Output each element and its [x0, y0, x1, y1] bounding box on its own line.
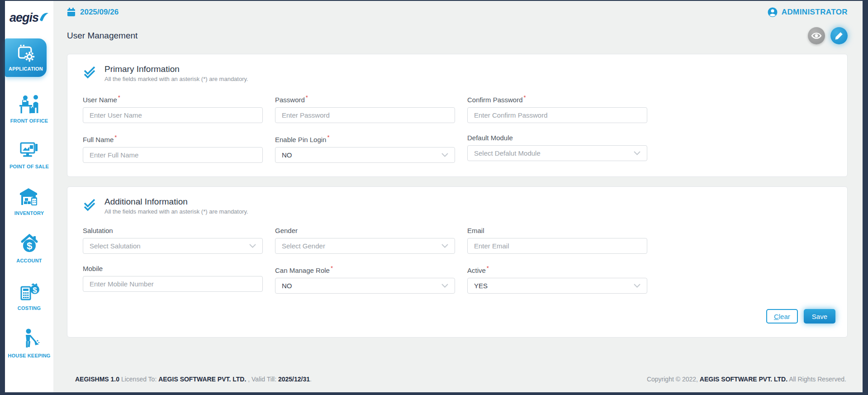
sidebar-item-label: ACCOUNT	[16, 258, 42, 263]
field-enable-pin-login: Enable Pin Login* NO	[275, 134, 455, 163]
field-label: Salutation	[83, 227, 263, 234]
sidebar-item-inventory[interactable]: INVENTORY	[5, 186, 53, 216]
inventory-icon	[19, 186, 40, 207]
eye-icon	[811, 32, 822, 40]
user-icon	[768, 7, 778, 17]
required-mark: *	[327, 134, 329, 141]
password-input[interactable]	[275, 107, 455, 123]
field-salutation: Salutation Select Salutation	[83, 227, 263, 254]
page-title: User Management	[67, 31, 138, 41]
chevron-down-icon	[441, 244, 448, 248]
section-title: Primary Information	[104, 64, 248, 74]
current-date: 2025/09/26	[80, 8, 119, 17]
save-button[interactable]: Save	[804, 309, 835, 324]
field-label: Can Manage Role*	[275, 265, 455, 274]
main-content: 2025/09/26 ADMINISTRATOR User Management	[53, 1, 863, 392]
sidebar: aegis APPLICATI	[5, 1, 53, 392]
user-menu[interactable]: ADMINISTRATOR	[768, 7, 848, 17]
copyright-info: Copyright © 2022, AEGIS SOFTWARE PVT. LT…	[647, 376, 846, 383]
logo-text: aegis	[9, 11, 38, 25]
app-version: AEGISHMS 1.0	[75, 376, 119, 383]
field-gender: Gender Select Gender	[275, 227, 455, 254]
field-label: Full Name*	[83, 134, 263, 143]
section-subtitle: All the fields marked with an asterisk (…	[104, 76, 248, 82]
field-confirm-password: Confirm Password*	[467, 94, 647, 123]
field-label: Email	[467, 227, 647, 234]
section-header: Primary Information All the fields marke…	[83, 64, 835, 82]
active-select[interactable]: YES	[467, 278, 647, 294]
field-label: User Name*	[83, 94, 263, 104]
point-of-sale-icon	[19, 141, 40, 161]
logo-swoosh-icon	[39, 11, 49, 22]
primary-information-card: Primary Information All the fields marke…	[67, 54, 848, 177]
titlebar: User Management	[67, 27, 848, 44]
gender-select[interactable]: Select Gender	[275, 238, 455, 254]
field-label: Mobile	[83, 265, 263, 272]
section-header: Additional Information All the fields ma…	[83, 197, 835, 215]
required-mark: *	[524, 94, 526, 101]
license-info: AEGISHMS 1.0 Licensed To: AEGIS SOFTWARE…	[75, 376, 312, 383]
house-keeping-icon	[19, 328, 40, 350]
topbar: 2025/09/26 ADMINISTRATOR	[67, 7, 848, 17]
field-password: Password*	[275, 94, 455, 123]
costing-icon: $	[19, 281, 40, 302]
sidebar-item-front-office[interactable]: FRONT OFFICE	[5, 94, 53, 124]
sidebar-item-costing[interactable]: $ COSTING	[5, 281, 53, 311]
sidebar-item-label: FRONT OFFICE	[10, 118, 48, 124]
sidebar-item-application[interactable]: APPLICATION	[5, 38, 47, 77]
field-default-module: Default Module Select Defalut Module	[467, 134, 647, 163]
chevron-down-icon	[441, 153, 448, 157]
field-active: Active* YES	[467, 265, 647, 294]
mobile-input[interactable]	[83, 276, 263, 292]
salutation-select[interactable]: Select Salutation	[83, 238, 263, 254]
field-user-name: User Name*	[83, 94, 263, 123]
default-module-select[interactable]: Select Defalut Module	[467, 145, 647, 161]
svg-text:$: $	[26, 240, 32, 252]
date-display: 2025/09/26	[67, 8, 119, 17]
double-check-icon	[83, 66, 96, 80]
chevron-down-icon	[441, 284, 448, 288]
section-subtitle: All the fields marked with an asterisk (…	[104, 208, 248, 215]
field-label: Default Module	[467, 134, 647, 142]
enable-pin-login-select[interactable]: NO	[275, 147, 455, 163]
field-label: Enable Pin Login*	[275, 134, 455, 143]
pencil-icon	[835, 31, 844, 40]
footer: AEGISHMS 1.0 Licensed To: AEGIS SOFTWARE…	[67, 369, 848, 392]
field-can-manage-role: Can Manage Role* NO	[275, 265, 455, 294]
field-label: Password*	[275, 94, 455, 104]
sidebar-item-label: APPLICATION	[9, 66, 43, 71]
sidebar-item-point-of-sale[interactable]: POINT OF SALE	[5, 141, 53, 169]
required-mark: *	[331, 265, 333, 271]
additional-information-card: Additional Information All the fields ma…	[67, 186, 848, 338]
front-office-icon	[19, 94, 40, 115]
full-name-input[interactable]	[83, 147, 263, 163]
field-full-name: Full Name*	[83, 134, 263, 163]
primary-form-grid: User Name* Password* Confirm Password* F…	[83, 94, 835, 163]
sidebar-item-house-keeping[interactable]: HOUSE KEEPING	[5, 328, 53, 358]
confirm-password-input[interactable]	[467, 107, 647, 123]
edit-button[interactable]	[830, 27, 848, 44]
user-name-input[interactable]	[83, 107, 263, 123]
chevron-down-icon	[634, 284, 640, 288]
copyright-company: AEGIS SOFTWARE PVT. LTD.	[700, 376, 787, 383]
chevron-down-icon	[249, 244, 256, 248]
sidebar-item-label: INVENTORY	[14, 210, 44, 216]
email-input[interactable]	[467, 238, 647, 254]
form-actions: Clear Save	[83, 309, 835, 324]
field-email: Email	[467, 227, 647, 254]
field-label: Confirm Password*	[467, 94, 647, 104]
field-label: Gender	[275, 227, 455, 234]
licensed-company: AEGIS SOFTWARE PVT. LTD.	[158, 376, 246, 383]
can-manage-role-select[interactable]: NO	[275, 278, 455, 294]
section-title: Additional Information	[104, 197, 248, 207]
valid-till-date: 2025/12/31	[278, 376, 310, 383]
view-button[interactable]	[808, 27, 825, 44]
sidebar-item-account[interactable]: $ ACCOUNT	[5, 233, 53, 263]
required-mark: *	[114, 134, 117, 141]
additional-form-grid: Salutation Select Salutation Gender Sele…	[83, 227, 835, 294]
clear-button[interactable]: Clear	[766, 309, 798, 324]
aegis-logo: aegis	[9, 11, 49, 25]
sidebar-item-label: POINT OF SALE	[9, 164, 49, 169]
field-mobile: Mobile	[83, 265, 263, 294]
chevron-down-icon	[634, 151, 640, 155]
